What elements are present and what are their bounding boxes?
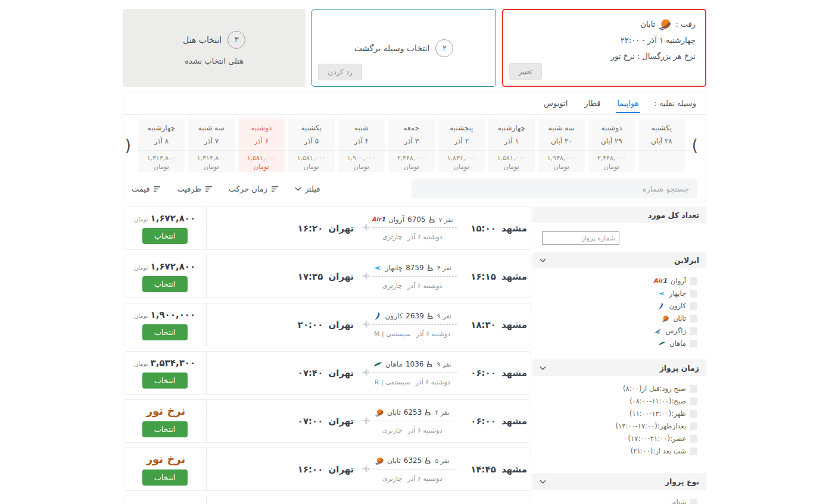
select-flight-button[interactable]: انتخاب [142, 372, 188, 389]
arrival-time: ۲۰:۰۰ [298, 320, 323, 330]
day-name: یکشنبه [638, 124, 685, 132]
time-checkbox[interactable] [690, 447, 697, 455]
airline-name: چابهار [385, 264, 403, 272]
carousel-day-cell[interactable]: یکشنبه ۵ آذر ۱,۵۸۱,۰۰۰ تومان [288, 118, 335, 172]
price-value: نرخ تور [147, 453, 186, 465]
main-area: تعداد کل مورد ایرلاین آروان Air1 [123, 206, 706, 504]
flight-middle: تابان 6253 ۴ نفر دوشنبه ۶ آذر [359, 408, 465, 434]
airline-checkbox[interactable] [690, 277, 697, 285]
type-filter-section: نوع پرواز شناور سیستمی [532, 473, 706, 504]
carousel-day-cell[interactable]: چهارشنبه ۸ آذر ۱,۳۱۴,۸۰۰ تومان [138, 118, 185, 172]
carousel-day-cell[interactable]: سه شنبه ۳۰ آبان ۱,۹۳۸,۰۰۰ تومان [538, 118, 585, 172]
price-line: ۱,۹۰۰,۰۰۰ تومان [134, 309, 195, 320]
hotel-status-text: هتلی انتخاب نشده [185, 57, 244, 65]
plane-icon [361, 271, 370, 280]
flight-date: دوشنبه ۶ آذر [407, 427, 442, 434]
seats-left: ۴ نفر [435, 409, 449, 417]
airline-checkbox[interactable] [690, 327, 697, 335]
day-price: ۱,۸۳۶,۰۰۰ تومان [438, 154, 485, 171]
flight-middle: تابان 6325 ۵ نفر دوشنبه ۶ آذر [359, 456, 465, 483]
seat-icon [429, 216, 436, 223]
select-flight-button[interactable]: انتخاب [142, 228, 188, 244]
type-filter-item: شناور [541, 496, 697, 504]
departure-fare-note: نرخ هر بزرگسال : نرخ تور [513, 48, 696, 64]
price-value: ۳,۵۳۴,۳۰۰ [151, 358, 195, 368]
sort-button[interactable]: قیمت [132, 184, 161, 193]
airline-checkbox[interactable] [690, 340, 697, 348]
departure-airline-row: رفت : تابان [513, 16, 696, 32]
flight-row: مشهد ۱۸:۳۰ کارون 2639 ۹ نفر [123, 303, 531, 346]
seat-icon [425, 457, 432, 464]
departure-datetime: چهارشنبه ۱ آذر - ۲۲:۰۰ [513, 32, 696, 48]
airline-section-header[interactable]: ایرلاین [532, 252, 706, 268]
arrival-time: ۰۷:۰۰ [298, 416, 323, 427]
filter-button[interactable]: فیلتر [295, 184, 320, 193]
day-date: ۵ آذر [288, 137, 335, 145]
time-filter-item: صبح زود:قبل از(۸:۰۰) [541, 383, 697, 395]
carousel-day-cell[interactable]: جمعه ۳ آذر ۲,۴۴۸,۰۰۰ تومان [388, 118, 435, 172]
origin-city: مشهد [501, 320, 527, 330]
select-flight-button[interactable]: انتخاب [142, 276, 188, 292]
airline-filter-item: کارون [541, 300, 697, 312]
day-date: ۶ آذر [238, 137, 285, 145]
vehicle-tab[interactable]: قطار [583, 93, 602, 113]
day-price [638, 154, 685, 171]
carousel-day-cell[interactable]: شنبه ۴ آذر ۱,۹۰۰,۰۰۰ تومان [338, 118, 385, 172]
vehicle-tab[interactable]: اتوبوس [543, 93, 569, 113]
destination-block: تهران ۱۶:۰۰ [298, 464, 354, 475]
origin-city: مشهد [501, 416, 527, 427]
departure-label: رفت : [675, 16, 696, 32]
carousel-day-cell[interactable]: یکشنبه ۲۸ آبان [638, 118, 685, 172]
origin-block: مشهد ۱۸:۳۰ [470, 320, 527, 330]
day-name: چهارشنبه [138, 124, 185, 132]
skip-return-button[interactable]: رد کردن [318, 64, 361, 80]
flight-middle: کارون 2639 ۹ نفر دوشنبه ۶ آذر [359, 312, 465, 338]
destination-block: تهران ۰۷:۴۰ [298, 368, 354, 378]
airline-checkbox[interactable] [690, 302, 697, 310]
sort-button[interactable]: زمان حرکت [229, 184, 279, 193]
flight-number: 1036 [406, 360, 424, 368]
day-date: ۷ آذر [188, 137, 235, 145]
carousel-day-cell[interactable]: دوشنبه ۲۹ آبان ۲,۴۴۸,۰۰۰ تومان [588, 118, 635, 172]
day-name: دوشنبه [588, 124, 635, 132]
vehicle-tab[interactable]: هواپیما [616, 93, 640, 113]
time-section-header[interactable]: زمان پرواز [532, 359, 706, 376]
carousel-day-cell[interactable]: سه شنبه ۷ آذر ۱,۳۱۴,۸۰۰ تومان [188, 118, 235, 172]
carousel-day-cell[interactable]: چهارشنبه ۱ آذر ۱,۵۸۱,۰۰۰ تومان [488, 118, 535, 172]
carousel-left-arrow[interactable]: ( [120, 137, 136, 153]
type-checkbox[interactable] [690, 499, 697, 504]
price-line: ۱,۶۷۲,۸۰۰ تومان [134, 213, 195, 224]
arrival-time: ۱۷:۳۵ [298, 271, 323, 282]
select-flight-button[interactable]: انتخاب [142, 469, 188, 486]
time-checkbox[interactable] [690, 410, 697, 418]
time-checkbox[interactable] [690, 397, 697, 405]
select-flight-button[interactable]: انتخاب [142, 324, 188, 340]
carousel-right-arrow[interactable]: ) [687, 137, 703, 153]
step-hotel-title: انتخاب هتل [183, 35, 222, 45]
carousel-day-cell[interactable]: پنجشنبه ۲ آذر ۱,۸۳۶,۰۰۰ تومان [438, 118, 485, 172]
step-return-title: انتخاب وسیله برگشت [354, 43, 430, 53]
step-3-badge: ۳ [227, 31, 245, 49]
total-count-header: تعداد کل مورد [532, 206, 706, 223]
origin-block: مشهد ۱۵:۰۰ [470, 223, 527, 234]
airline-name: تابان [387, 408, 401, 417]
airline-checkbox[interactable] [690, 315, 697, 323]
price-currency: تومان [134, 216, 148, 223]
change-departure-button[interactable]: تغییر [509, 63, 542, 80]
flight-middle: چابهار 8759 ۴ نفر دوشنبه ۶ آذر [359, 264, 465, 290]
sort-button[interactable]: ظرفیت [177, 184, 212, 193]
time-checkbox[interactable] [690, 385, 697, 393]
route-line [363, 321, 458, 328]
flight-row: مشهد ۱۶:۱۵ چابهار 8759 ۴ نفر [123, 255, 531, 298]
airline-checkbox[interactable] [690, 290, 697, 298]
origin-city: مشهد [501, 368, 527, 378]
carousel-day-cell[interactable]: دوشنبه ۶ آذر ۱,۵۸۱,۰۰۰ تومان [238, 118, 285, 172]
time-checkbox[interactable] [690, 435, 697, 443]
type-section-header[interactable]: نوع پرواز [532, 473, 706, 490]
time-checkbox[interactable] [690, 422, 697, 430]
search-number-input[interactable] [412, 179, 697, 198]
destination-city: تهران [328, 223, 354, 234]
select-flight-button[interactable]: انتخاب [142, 421, 188, 437]
flight-number-input[interactable] [542, 231, 619, 245]
airline-filter-item: چابهار [541, 287, 697, 299]
